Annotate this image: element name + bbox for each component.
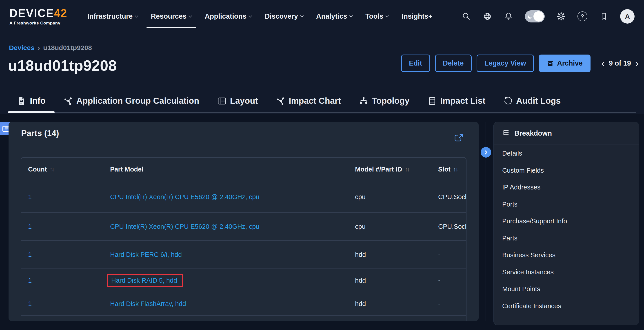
part-model-link[interactable]: CPU Intel(R) Xeon(R) CPU E5620 @ 2.40GHz… [110, 193, 259, 200]
chevron-down-icon [350, 14, 353, 17]
chevron-down-icon [189, 14, 192, 17]
bookmark-icon[interactable] [599, 12, 608, 21]
breakdown-item-service-instances[interactable]: Service Instances [494, 264, 639, 281]
part-model-cell: CPU Intel(R) Xeon(R) CPU E5620 @ 2.40GHz… [103, 223, 348, 230]
part-model-link[interactable]: CPU Intel(R) Xeon(R) CPU E5620 @ 2.40GHz… [110, 223, 259, 230]
column-header-count[interactable]: Count↑↓ [21, 166, 103, 173]
part-model-link[interactable]: Hard Disk FlashArray, hdd [110, 300, 186, 307]
help-icon[interactable]: ? [578, 11, 587, 21]
tab-layout[interactable]: Layout [208, 90, 267, 112]
top-navigation-bar: DEVICE42 A Freshworks Company Infrastruc… [0, 0, 644, 33]
breakdown-item-certificate-instances[interactable]: Certificate Instances [494, 298, 639, 315]
part-model-cell: Hard Disk RAID 5, hdd [103, 274, 348, 287]
chevron-down-icon [386, 14, 389, 17]
page-header: Devices › u18ud01tp9208 u18ud01tp9208 Ed… [0, 34, 644, 90]
document-icon [17, 96, 26, 106]
part-model-link[interactable]: Hard Disk RAID 5, hdd [111, 277, 177, 284]
edit-button[interactable]: Edit [401, 54, 430, 72]
pager-next-icon[interactable]: › [634, 58, 639, 69]
nav-item-insights-plus[interactable]: Insights+ [395, 0, 439, 33]
collapse-sidebar-button[interactable] [481, 147, 491, 158]
search-icon[interactable] [462, 12, 471, 21]
delete-button[interactable]: Delete [435, 54, 472, 72]
legacy-view-button[interactable]: Legacy View [476, 54, 534, 72]
tab-label: Application Group Calculation [76, 96, 199, 106]
tab-label: Impact List [440, 96, 485, 106]
breakdown-item-purchase-support-info[interactable]: Purchase/Support Info [494, 213, 639, 230]
table-row: 1 Hard Disk PERC 6/i, hdd hdd - [21, 241, 466, 269]
impact-hub-icon [276, 96, 285, 106]
device-tabs: Info Application Group Calculation Layou… [8, 90, 636, 113]
breadcrumb: Devices › u18ud01tp9208 [9, 43, 92, 52]
tab-impact-list[interactable]: Impact List [418, 90, 494, 112]
archive-button[interactable]: Archive [539, 54, 590, 72]
breakdown-item-ip-addresses[interactable]: IP Addresses [494, 179, 639, 196]
highlight-box: Hard Disk RAID 5, hdd [107, 274, 183, 287]
table-row: 1 CPU Intel(R) Xeon(R) CPU E5620 @ 2.40G… [21, 213, 466, 241]
tab-audit-logs[interactable]: Audit Logs [494, 90, 570, 112]
theme-toggle[interactable] [525, 10, 545, 22]
slot-cell: - [431, 277, 466, 284]
nav-item-discovery[interactable]: Discovery [258, 0, 310, 33]
tab-info[interactable]: Info [8, 90, 54, 112]
breakdown-item-parts[interactable]: Parts [494, 230, 639, 247]
count-cell[interactable]: 1 [21, 251, 103, 258]
breakdown-item-custom-fields[interactable]: Custom Fields [494, 162, 639, 179]
stacked-list-icon [428, 96, 437, 106]
part-model-cell: CPU Intel(R) Xeon(R) CPU E5620 @ 2.40GHz… [103, 193, 348, 201]
breadcrumb-devices-link[interactable]: Devices [9, 44, 34, 52]
parts-panel: Parts (14) Count↑↓ Part Model Model #/Pa… [8, 122, 478, 321]
tab-topology[interactable]: Topology [350, 90, 418, 112]
breakdown-item-details[interactable]: Details [494, 145, 639, 162]
tab-application-group-calculation[interactable]: Application Group Calculation [54, 90, 208, 112]
chevron-down-icon [300, 14, 304, 17]
part-model-cell: Hard Disk PERC 6/i, hdd [103, 251, 348, 258]
breakdown-item-mount-points[interactable]: Mount Points [494, 281, 639, 298]
breakdown-title: Breakdown [514, 129, 552, 137]
breakdown-item-ports[interactable]: Ports [494, 196, 639, 213]
globe-icon[interactable] [483, 12, 492, 21]
count-cell[interactable]: 1 [21, 223, 103, 230]
content-area: Parts (14) Count↑↓ Part Model Model #/Pa… [0, 114, 644, 330]
pager-label: 9 of 19 [609, 59, 631, 67]
slot-cell: - [431, 251, 466, 258]
part-model-link[interactable]: Hard Disk PERC 6/i, hdd [110, 251, 182, 258]
sort-icon[interactable]: ↑↓ [453, 166, 458, 173]
archive-label: Archive [557, 59, 583, 67]
count-cell[interactable]: 1 [21, 193, 103, 201]
record-pager: ‹ 9 of 19 › [601, 58, 639, 69]
breadcrumb-current: u18ud01tp9208 [43, 44, 92, 52]
help-glyph: ? [581, 13, 584, 20]
chevron-right-icon [484, 150, 488, 155]
device42-app: DEVICE42 A Freshworks Company Infrastruc… [0, 0, 644, 330]
chevron-down-icon [249, 14, 252, 17]
nav-item-tools[interactable]: Tools [359, 0, 395, 33]
table-row: 1 Hard Disk FlashArray, hdd hdd - [21, 292, 466, 316]
count-cell[interactable]: 1 [21, 300, 103, 308]
toggle-knob [534, 11, 544, 21]
user-avatar[interactable]: A [620, 9, 634, 23]
nav-label: Analytics [316, 12, 347, 20]
nav-item-analytics[interactable]: Analytics [310, 0, 359, 33]
sort-icon[interactable]: ↑↓ [50, 166, 54, 173]
nav-item-infrastructure[interactable]: Infrastructure [81, 0, 144, 33]
breakdown-header: Breakdown [494, 122, 639, 145]
parts-heading: Parts (14) [21, 129, 59, 138]
bell-icon[interactable] [504, 12, 513, 21]
settings-gear-icon[interactable] [556, 12, 566, 21]
breakdown-item-business-services[interactable]: Business Services [494, 247, 639, 264]
table-row: 1 CPU Intel(R) Xeon(R) CPU E5620 @ 2.40G… [21, 181, 466, 213]
tab-impact-chart[interactable]: Impact Chart [267, 90, 350, 112]
nav-label: Insights+ [402, 12, 432, 20]
pager-prev-icon[interactable]: ‹ [601, 58, 605, 69]
nav-item-applications[interactable]: Applications [198, 0, 258, 33]
breakdown-sidebar: Breakdown Details Custom Fields IP Addre… [494, 122, 639, 325]
device42-logo[interactable]: DEVICE42 A Freshworks Company [10, 8, 68, 25]
column-header-part-model: Part Model [103, 166, 348, 173]
column-header-slot[interactable]: Slot↑↓ [431, 166, 466, 173]
nav-item-resources[interactable]: Resources [144, 0, 198, 33]
count-cell[interactable]: 1 [21, 277, 103, 284]
sort-icon[interactable]: ↑↓ [405, 166, 409, 173]
open-in-new-icon[interactable] [454, 133, 464, 143]
column-header-model-part-id[interactable]: Model #/Part ID↑↓ [348, 166, 431, 173]
